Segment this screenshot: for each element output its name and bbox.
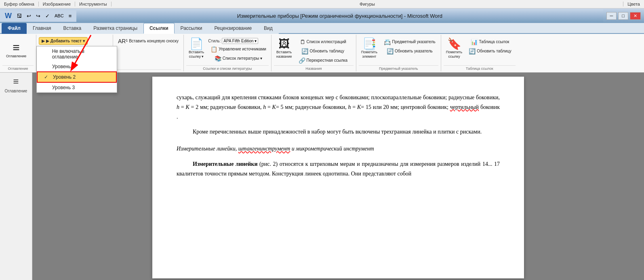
captions-buttons: 🖼 Вставитьназвание 🗒 Список иллюстраций … [274,36,354,65]
dropdown-label-0: Не включать в оглавление [52,48,110,60]
add-text-dropdown: Не включать в оглавление Уровень 1 ✓ Уро… [36,46,117,93]
citation-icon: 📄 [189,38,204,50]
insert-table-auth-btn[interactable]: 📊 Таблица ссылок [466,38,514,46]
tab-mailings[interactable]: Рассылки [175,23,208,34]
menu-tools[interactable]: Инструменты [75,1,111,7]
group-insert-footnote: AR¹ Вставить концевую сноску [113,35,184,71]
tab-file[interactable]: Файл [2,23,27,34]
dropdown-item-1[interactable]: Уровень 1 [37,62,117,71]
app-wrapper: Буфер обмена Изображение Инструменты Фиг… [0,0,644,280]
dropdown-item-0[interactable]: Не включать в оглавление [37,46,117,62]
menu-expand-btn[interactable]: ≡ [67,12,74,20]
mark-citation-label: Пометитьссылку [446,50,462,59]
insert-index-btn[interactable]: 📇 Предметный указатель [381,38,438,46]
save-btn[interactable]: 🖫 [15,12,23,20]
menu-buffer[interactable]: Буфер обмена [0,1,38,7]
cross-icon: 🔗 [299,58,305,63]
mark-entry-btn[interactable]: 📑 Пометитьэлемент [359,37,380,60]
tab-layout[interactable]: Разметка страницы [87,23,143,34]
table-auth-buttons: 🔖 Пометитьссылку 📊 Таблица ссылок 🔄 Обно… [444,36,516,65]
maximize-btn[interactable]: □ [618,12,628,20]
style-arrow: ▾ [255,39,257,43]
toc-buttons: ≡ Оглавление [2,36,34,65]
insert-footnote-label: Вставить концевую сноску [129,39,179,44]
group-addtext: ▶ ▶ Добавить текст ▾ ⁺ Следующая сноска … [36,35,113,71]
tab-insert[interactable]: Вставка [57,23,88,34]
group-index: 📑 Пометитьэлемент 📇 Предметный указатель… [356,35,441,71]
toc-label: Оглавление [6,54,26,59]
manage-icon: 📋 [210,46,217,52]
group-table-auth: 🔖 Пометитьссылку 📊 Таблица ссылок 🔄 Обно… [441,35,518,71]
menu-colors[interactable]: Цвета [623,1,644,7]
word-icon: W [3,11,13,21]
close-btn[interactable]: ✕ [630,12,641,20]
quick-access-toolbar: W 🖫 ↩ ↪ ✓ ABC ≡ [0,10,76,22]
title-bar: Измерительные приборы [Режим ограниченно… [76,9,603,22]
squiggly-word: чертильный [450,104,479,110]
mark-entry-icon: 📑 [362,38,377,50]
document-area: сухарь, служащий для крепления стяжками … [32,73,644,280]
index-sub-buttons: 📇 Предметный указатель 🔄 Обновить указат… [381,37,438,55]
add-text-label: ▶ Добавить текст ▾ [46,39,85,43]
toc-sidebar-icon: ≡ [13,76,19,87]
upd-table-label: Обновить таблицу [477,49,511,54]
style-row: Стиль: APA Fifth Edition ▾ [208,38,269,44]
dropdown-item-3[interactable]: Уровень 3 [37,83,117,92]
tab-home[interactable]: Главная [27,23,57,34]
paragraph-heading: Измерительные линейки, штангенинструмент… [177,144,500,154]
mark-citation-btn[interactable]: 🔖 Пометитьссылку [444,37,465,60]
tab-review[interactable]: Рецензирование [208,23,258,34]
abc-btn[interactable]: ABC [53,13,65,19]
bibliography-btn[interactable]: 📚 Список литературы ▾ [208,54,269,63]
update-label: Обновить таблицу [309,49,344,54]
illust-list-btn[interactable]: 🗒 Список иллюстраций [296,38,350,46]
group-captions: 🖼 Вставитьназвание 🗒 Список иллюстраций … [271,35,356,71]
paragraph-4: Измерительные линейки (рис. 2) относятся… [177,159,500,179]
insert-caption-btn[interactable]: 🖼 Вставитьназвание [274,37,295,60]
group-citations-label: Ссылки и списки литературы [186,65,269,71]
biblio-label: Список литературы ▾ [223,56,263,61]
caption-sub-buttons: 🗒 Список иллюстраций 🔄 Обновить таблицу … [296,37,350,65]
index-icon: 📇 [384,39,391,45]
dropdown-label-2: Уровень 2 [53,74,76,80]
check-btn[interactable]: ✓ [44,12,51,20]
window-title: Измерительные приборы [Режим ограниченно… [237,13,442,19]
update-index-btn[interactable]: 🔄 Обновить указатель [381,47,438,55]
toc-button[interactable]: ≡ Оглавление [2,40,30,61]
group-index-label: Предметный указатель [359,65,438,71]
add-text-button[interactable]: ▶ ▶ Добавить текст ▾ [39,37,88,45]
table-auth-icon: 📊 [471,39,478,45]
tab-view[interactable]: Вид [258,23,279,34]
group-label-empty [116,69,181,71]
undo-btn[interactable]: ↩ [25,12,33,20]
style-label: Стиль: [208,39,221,43]
table-auth-label: Таблица ссылок [479,40,509,44]
ribbon-content: ≡ Оглавление Оглавление ▶ ▶ Добавить тек… [0,34,644,73]
illust-icon: 🗒 [300,39,305,45]
group-table-auth-label: Таблица ссылок [444,65,516,71]
table-auth-sub-buttons: 📊 Таблица ссылок 🔄 Обновить таблицу [466,37,514,55]
title-bar-row: W 🖫 ↩ ↪ ✓ ABC ≡ Измерительные приборы [Р… [0,8,644,23]
manage-sources-btn[interactable]: 📋 Управление источниками [208,45,269,53]
menu-image[interactable]: Изображение [39,1,75,7]
paragraph-2: Кроме перечисленных выше принадлежностей… [177,127,500,137]
index-label: Предметный указатель [392,40,435,44]
cross-label: Перекрестная ссылка [307,58,347,63]
menu-shapes[interactable]: Фигуры [112,1,623,7]
dropdown-label-3: Уровень 3 [52,85,75,90]
minimize-btn[interactable]: ─ [606,12,617,20]
update-table-btn[interactable]: 🔄 Обновить таблицу [296,47,350,55]
group-toc-label: Оглавление [2,65,34,71]
insert-citation-btn[interactable]: 📄 Вставитьссылку ▾ [186,37,206,60]
insert-footnote-btn[interactable]: AR¹ Вставить концевую сноску [116,37,181,45]
style-select[interactable]: APA Fifth Edition ▾ [222,38,258,44]
tab-references[interactable]: Ссылки [143,23,174,34]
group-citations: 📄 Вставитьссылку ▾ Стиль: APA Fifth Edit… [184,35,271,71]
caption-label: Вставитьназвание [276,50,292,59]
group-toc: ≡ Оглавление Оглавление [0,35,36,71]
main-area: ≡ Оглавление сухарь, служащий для крепле… [0,73,644,280]
cross-ref-btn[interactable]: 🔗 Перекрестная ссылка [296,56,350,65]
redo-btn[interactable]: ↪ [34,12,42,20]
dropdown-item-2[interactable]: ✓ Уровень 2 [37,71,117,83]
update-table-auth-btn[interactable]: 🔄 Обновить таблицу [466,47,514,55]
